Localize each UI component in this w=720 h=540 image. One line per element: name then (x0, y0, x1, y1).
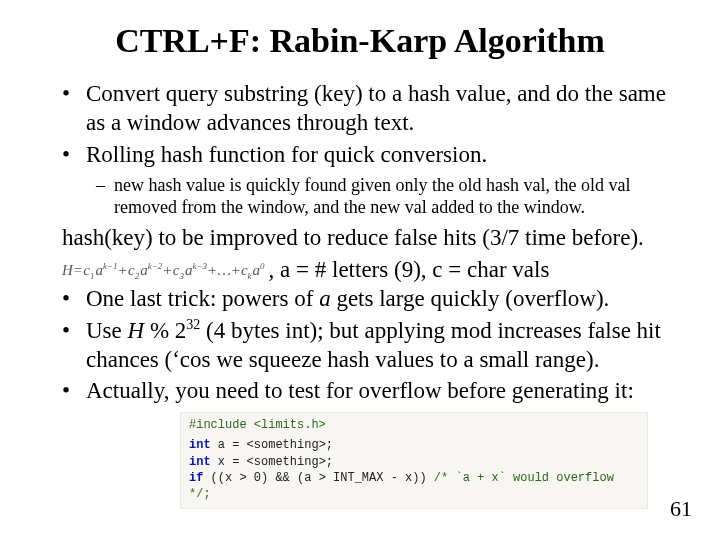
page-number: 61 (670, 496, 692, 522)
formula-eq: = (74, 262, 82, 279)
paragraph-hash: hash(key) to be improved to reduce false… (62, 224, 680, 253)
formula-plus: + (119, 262, 127, 279)
formula-a3: ak−3 (185, 262, 207, 279)
code-line: if ((x > 0) && (a > INT_MAX - x)) /* `a … (189, 470, 639, 502)
formula-c3: c3 (173, 262, 184, 279)
formula-c1: c1 (83, 262, 94, 279)
formula-ak: a0 (253, 262, 265, 279)
formula-plus2: + (163, 262, 171, 279)
formula-a2: ak−2 (140, 262, 162, 279)
slide-title: CTRL+F: Rabin-Karp Algorithm (40, 22, 680, 60)
code-line: int x = <something>; (189, 454, 639, 470)
bottom-bullet-list: One last trick: powers of a gets large q… (40, 285, 680, 406)
sub-bullet-list: new hash value is quickly found given on… (40, 175, 680, 218)
formula-line: H = c1 ak−1 + c2 ak−2 + c3 ak−3 +…+ ck a… (62, 257, 680, 283)
formula-H: H (62, 262, 73, 279)
code-line: int a = <something>; (189, 437, 639, 453)
bullet-item: Convert query substring (key) to a hash … (86, 80, 680, 138)
code-snippet: #include <limits.h> int a = <something>;… (180, 412, 648, 509)
hash-formula: H = c1 ak−1 + c2 ak−2 + c3 ak−3 +…+ ck a… (62, 262, 265, 279)
bullet-test: Actually, you need to test for overflow … (86, 377, 680, 406)
sub-bullet-item: new hash value is quickly found given on… (114, 175, 680, 218)
bullet-overflow: One last trick: powers of a gets large q… (86, 285, 680, 314)
bullet-mod: Use H % 232 (4 bytes int); but applying … (86, 317, 680, 375)
formula-c2: c2 (128, 262, 139, 279)
bullet-item: Rolling hash function for quick conversi… (86, 141, 680, 170)
formula-a1: ak−1 (95, 262, 117, 279)
top-bullet-list: Convert query substring (key) to a hash … (40, 80, 680, 169)
formula-tail: , a = # letters (9), c = char vals (269, 257, 550, 283)
code-line: #include <limits.h> (189, 417, 639, 433)
formula-ck: ck (241, 262, 252, 279)
formula-dots: +…+ (208, 262, 240, 279)
